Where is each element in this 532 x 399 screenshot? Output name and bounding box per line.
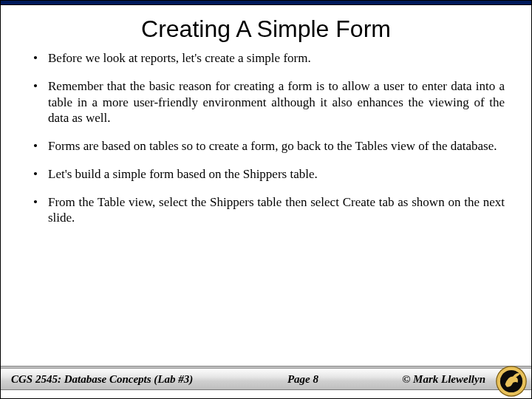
bullet-item: Before we look at reports, let's create … <box>27 50 505 66</box>
ucf-pegasus-icon <box>496 366 527 397</box>
content-area: Before we look at reports, let's create … <box>1 50 531 398</box>
bullet-item: From the Table view, select the Shippers… <box>27 194 505 227</box>
footer-course: CGS 2545: Database Concepts (Lab #3) <box>11 373 193 386</box>
slide: Creating A Simple Form Before we look at… <box>0 0 532 399</box>
bullet-list: Before we look at reports, let's create … <box>27 50 505 226</box>
bullet-item: Forms are based on tables so to create a… <box>27 138 505 154</box>
footer-page: Page 8 <box>287 373 318 386</box>
bullet-item: Let's build a simple form based on the S… <box>27 166 505 183</box>
bullet-item: Remember that the basic reason for creat… <box>27 78 505 126</box>
footer: CGS 2545: Database Concepts (Lab #3) Pag… <box>1 366 531 398</box>
slide-title: Creating A Simple Form <box>1 5 531 50</box>
footer-bar: CGS 2545: Database Concepts (Lab #3) Pag… <box>1 368 531 390</box>
